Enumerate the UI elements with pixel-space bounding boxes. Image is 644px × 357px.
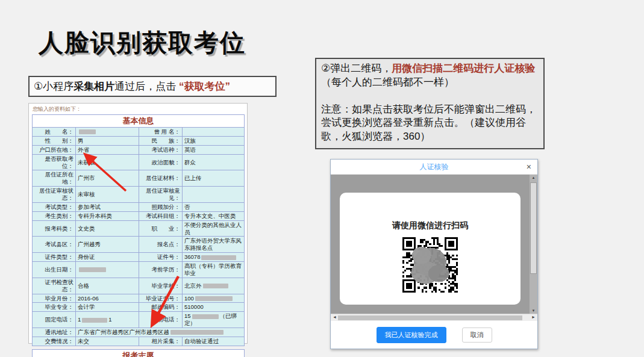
table-row: 基本信息 [33, 115, 245, 128]
text-segment: ②弹出二维码， [321, 63, 392, 74]
info-label: 考试类型： [33, 202, 76, 211]
redacted-text [203, 284, 228, 288]
text-segment: （每个人的二维码都不一样） [321, 76, 454, 88]
info-value: 广东外语外贸大学东风东路报名点 [183, 237, 245, 253]
wechat-qr-code [402, 237, 458, 293]
info-label: 考生类别： [33, 211, 76, 220]
info-label: 政治面貌： [139, 154, 183, 170]
info-value: 未审核 [76, 187, 139, 203]
info-label: 固定电话： [33, 312, 76, 328]
redacted-text [192, 314, 219, 319]
info-label: 居住证审核状态： [33, 187, 76, 203]
info-value: 广州越秀 [76, 237, 139, 253]
table-row: 居住证审核状态：未审核居住证审核意见： [33, 187, 245, 203]
registration-form-screenshot: 您输入的资料如下： 基本信息 姓 名：曾 用 名：性 别：男民 族：汉族户口所在… [28, 103, 248, 344]
info-value: 外省 [76, 145, 139, 154]
info-label: 职 业： [139, 220, 183, 237]
info-value: 自动验证通过 [183, 337, 245, 346]
info-label: 姓 名： [33, 128, 76, 137]
text-segment: ①小程序 [34, 81, 73, 92]
table-row: 毕业专业：会计学邮政编码：510000 [33, 303, 245, 312]
table-row: 固定电话：11移动电话：15（已绑定） [33, 312, 245, 328]
info-value: 文史类 [76, 220, 139, 237]
info-value: 专科升本科类 [76, 211, 139, 220]
info-value [183, 187, 245, 203]
basic-info-title: 基本信息 [33, 115, 245, 128]
info-value [76, 262, 139, 278]
info-label: 邮政编码： [139, 303, 183, 312]
page-title: 人脸识别获取考位 [39, 26, 246, 60]
info-label: 毕业月份： [33, 294, 76, 303]
dialog-title-bar: 人证核验 × [331, 160, 537, 175]
info-value: 北京外 [183, 278, 245, 294]
info-label: 民 族： [139, 136, 183, 145]
info-label: 是否获取考位： [33, 154, 76, 170]
redacted-text [79, 267, 106, 272]
info-value: 广东省广州市越秀区广州市越秀区越 [76, 328, 245, 337]
step1-instruction: ①小程序采集相片通过后，点击 “获取考位” [28, 76, 277, 97]
info-value: 男 [76, 136, 139, 145]
info-value: 36078 [183, 253, 245, 262]
scroll-right-icon[interactable]: ► [531, 315, 536, 319]
info-value: 汉族 [183, 136, 245, 145]
info-label: 曾 用 名： [139, 128, 183, 137]
dialog-footer: 我已人证核验完成 取消 [331, 321, 537, 349]
table-row: 考试类型：参加考试照顾加分：否 [33, 202, 245, 211]
scan-hint-text: 请使用微信进行扫码 [340, 220, 521, 231]
close-icon[interactable]: × [527, 161, 531, 172]
info-value: 未获取 [76, 154, 139, 170]
info-label: 考前学历： [139, 262, 183, 278]
info-value: 高职（专科）学历教育毕业 [183, 262, 245, 278]
verification-dialog: 人证核验 × 请使用微信进行扫码 ▲ ▼ ◄ ► 我已人证核验完成 取消 [330, 159, 538, 349]
info-value: 专升本文史、中医类 [183, 211, 245, 220]
info-value [183, 128, 245, 137]
qr-card: 请使用微信进行扫码 [340, 193, 521, 305]
form-intro-label: 您输入的资料如下： [33, 105, 244, 113]
info-label: 居住证所在地： [33, 170, 76, 187]
horizontal-scroll-thumb[interactable] [338, 315, 522, 320]
table-row: 是否获取考位：未获取政治面貌：群众 [33, 154, 245, 170]
cancel-button[interactable]: 取消 [462, 328, 492, 343]
confirm-verification-button[interactable]: 我已人证核验完成 [377, 327, 446, 343]
scroll-up-icon[interactable]: ▲ [530, 176, 537, 179]
info-label: 证件类型： [33, 253, 76, 262]
info-label: 性 别： [33, 136, 76, 145]
info-label: 移动电话： [139, 312, 183, 328]
redacted-text [82, 318, 107, 323]
info-value: 会计学 [76, 303, 139, 312]
info-label: 居住证材料： [139, 170, 183, 187]
redacted-text [79, 129, 96, 134]
info-value: 不便分类的其他从业人员 [183, 220, 245, 237]
info-value [76, 128, 139, 137]
info-label: 证件号： [139, 253, 183, 262]
table-row: 考生类别：专科升本科类考试科目组：专升本文史、中医类 [33, 211, 245, 220]
table-row: 性 别：男民 族：汉族 [33, 136, 245, 145]
info-value: 11 [76, 312, 139, 328]
volunteer-title: 报考志愿 [33, 349, 245, 357]
info-label: 毕业证书号： [139, 294, 183, 303]
table-row: 通讯地址：广东省广州市越秀区广州市越秀区越 [33, 328, 245, 337]
tutorial-slide: { "title": "人脸识别获取考位", "step1": { "segme… [0, 0, 644, 357]
info-label: 出生日期： [33, 262, 76, 278]
horizontal-scrollbar[interactable]: ◄ ► [331, 314, 537, 321]
info-value: 已上传 [183, 170, 245, 187]
info-label: 相片采集： [139, 337, 183, 346]
info-value: 否 [183, 202, 245, 211]
table-row: 居住证所在地：广州市居住证材料：已上传 [33, 170, 245, 187]
step2-instruction: ②弹出二维码，用微信扫描二维码进行人证核验（每个人的二维码都不一样）注意：如果点… [315, 58, 545, 149]
info-label: 居住证审核意见： [139, 187, 183, 203]
vertical-scrollbar[interactable]: ▲ ▼ [530, 175, 537, 314]
info-value: 身份证 [76, 253, 139, 262]
scroll-left-icon[interactable]: ◄ [333, 315, 337, 319]
scroll-down-icon[interactable]: ▼ [530, 309, 537, 312]
info-value: 英语 [183, 145, 245, 154]
vertical-scroll-thumb[interactable] [530, 182, 537, 274]
info-value: 合格 [76, 278, 139, 294]
info-label: 照顾加分： [139, 202, 183, 211]
info-label: 考试语种： [139, 145, 183, 154]
info-label: 毕业专业： [33, 303, 76, 312]
text-segment: “获取考位” [179, 81, 230, 92]
table-row: 户口所在地：外省考试语种：英语 [33, 145, 245, 154]
text-segment: 注意：如果点击获取考位后不能弹窗出二维码，尝试更换浏览器登录重新点击。（建议使用… [321, 104, 536, 142]
info-value: 广州市 [76, 170, 139, 187]
